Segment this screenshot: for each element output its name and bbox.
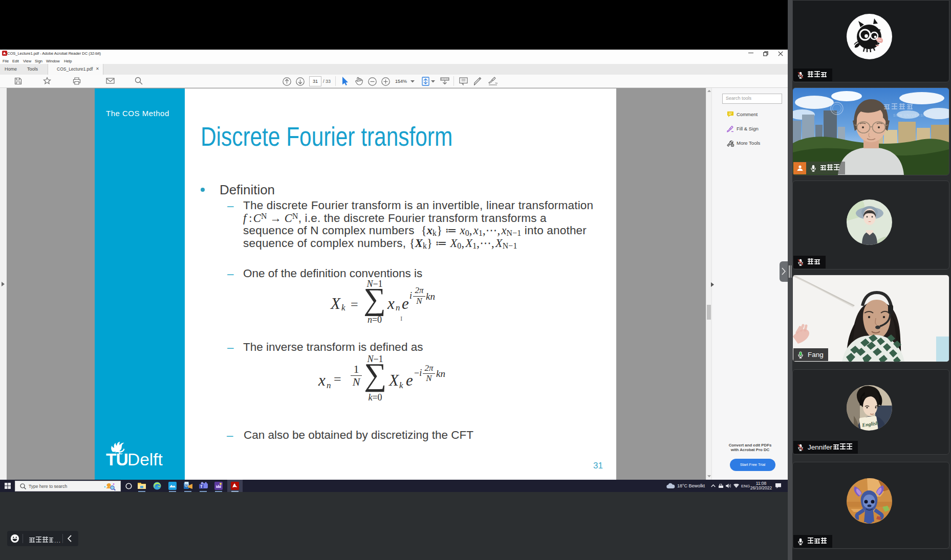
svg-text:TU: TU	[106, 450, 128, 469]
svg-text:Delft: Delft	[127, 450, 163, 469]
